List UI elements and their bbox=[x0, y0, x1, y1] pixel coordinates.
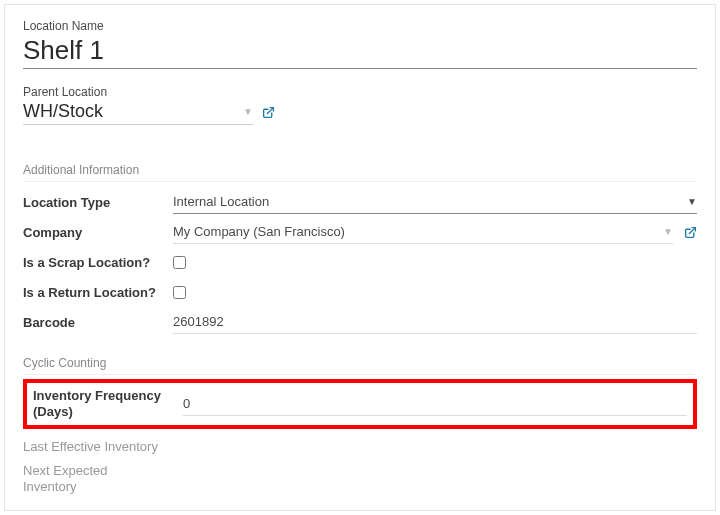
next-expected-row: Next Expected Inventory bbox=[23, 463, 697, 496]
location-name-label: Location Name bbox=[23, 19, 697, 33]
parent-location-value: WH/Stock bbox=[23, 101, 103, 122]
next-expected-label: Next Expected Inventory bbox=[23, 463, 173, 496]
location-type-value: Internal Location bbox=[173, 194, 269, 209]
company-value: My Company (San Francisco) bbox=[173, 224, 345, 239]
is-return-label: Is a Return Location? bbox=[23, 285, 173, 300]
parent-location-label: Parent Location bbox=[23, 85, 697, 99]
inventory-frequency-label: Inventory Frequency (Days) bbox=[33, 388, 183, 421]
location-type-row: Location Type Internal Location ▼ bbox=[23, 188, 697, 216]
location-type-select[interactable]: Internal Location ▼ bbox=[173, 190, 697, 214]
svg-line-0 bbox=[267, 107, 273, 113]
additional-info-header: Additional Information bbox=[23, 163, 697, 182]
is-return-checkbox[interactable] bbox=[173, 286, 186, 299]
location-type-label: Location Type bbox=[23, 195, 173, 210]
last-effective-label: Last Effective Inventory bbox=[23, 439, 173, 455]
is-scrap-checkbox[interactable] bbox=[173, 256, 186, 269]
location-name-block: Location Name bbox=[23, 19, 697, 79]
barcode-row: Barcode bbox=[23, 308, 697, 336]
is-scrap-label: Is a Scrap Location? bbox=[23, 255, 173, 270]
location-name-input[interactable] bbox=[23, 33, 697, 69]
is-scrap-row: Is a Scrap Location? bbox=[23, 248, 697, 276]
barcode-input[interactable] bbox=[173, 310, 697, 334]
svg-line-1 bbox=[689, 227, 695, 233]
is-return-row: Is a Return Location? bbox=[23, 278, 697, 306]
parent-location-block: Parent Location WH/Stock ▼ bbox=[23, 85, 697, 125]
barcode-label: Barcode bbox=[23, 315, 173, 330]
cyclic-counting-header: Cyclic Counting bbox=[23, 356, 697, 375]
company-select[interactable]: My Company (San Francisco) ▼ bbox=[173, 220, 673, 244]
company-label: Company bbox=[23, 225, 173, 240]
chevron-down-icon: ▼ bbox=[243, 106, 253, 117]
last-effective-row: Last Effective Inventory bbox=[23, 433, 697, 461]
parent-location-select[interactable]: WH/Stock ▼ bbox=[23, 99, 253, 125]
chevron-down-icon: ▼ bbox=[687, 196, 697, 207]
external-link-icon[interactable] bbox=[683, 225, 697, 239]
cyclic-readonly-block: Last Effective Inventory Next Expected I… bbox=[23, 433, 697, 496]
company-row: Company My Company (San Francisco) ▼ bbox=[23, 218, 697, 246]
highlight-annotation: Inventory Frequency (Days) bbox=[23, 379, 697, 429]
inventory-frequency-row: Inventory Frequency (Days) bbox=[33, 387, 687, 421]
chevron-down-icon: ▼ bbox=[663, 226, 673, 237]
location-form: Location Name Parent Location WH/Stock ▼… bbox=[4, 4, 716, 511]
external-link-icon[interactable] bbox=[261, 105, 275, 119]
inventory-frequency-input[interactable] bbox=[183, 392, 687, 416]
additional-info-body: Location Type Internal Location ▼ Compan… bbox=[23, 188, 697, 336]
